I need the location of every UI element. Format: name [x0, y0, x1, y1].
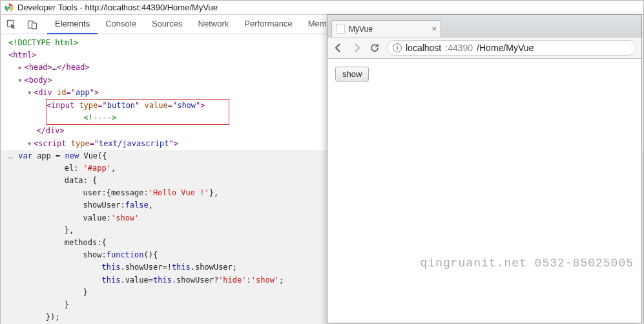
tab-elements[interactable]: Elements: [47, 14, 98, 34]
close-icon[interactable]: ×: [431, 25, 437, 33]
url-host: localhost: [406, 43, 441, 53]
expand-toggle-icon[interactable]: [17, 61, 24, 74]
browser-tab[interactable]: MyVue ×: [331, 20, 441, 37]
expand-toggle-icon[interactable]: [27, 87, 34, 99]
tab-performance[interactable]: Performance: [236, 14, 300, 34]
watermark-text: qingruanit.net 0532-85025005: [421, 257, 634, 270]
show-button[interactable]: show: [335, 67, 369, 81]
devtools-tabs: Elements Console Sources Network Perform…: [47, 14, 372, 34]
dom-doctype: <!DOCTYPE html>: [8, 38, 78, 47]
expand-toggle-icon[interactable]: [27, 138, 34, 150]
selected-node-highlight: <input type="button" value="show"> <!---…: [46, 99, 229, 125]
browser-window: MyVue × i localhost:44390/Home/MyVue sho…: [327, 14, 642, 323]
favicon-icon: [336, 25, 345, 34]
chrome-icon: [5, 3, 14, 12]
url-path: /Home/MyVue: [477, 43, 534, 53]
site-info-icon[interactable]: i: [393, 43, 402, 52]
window-title: Developer Tools - http://localhost:44390…: [17, 3, 218, 12]
url-port: :44390: [445, 43, 473, 53]
tab-network[interactable]: Network: [191, 14, 237, 34]
forward-icon[interactable]: [351, 42, 362, 54]
browser-toolbar: i localhost:44390/Home/MyVue: [327, 37, 641, 59]
tab-sources[interactable]: Sources: [144, 14, 191, 34]
reload-icon[interactable]: [369, 42, 380, 54]
back-icon[interactable]: [333, 42, 344, 54]
expand-toggle-icon[interactable]: [17, 74, 24, 87]
svg-rect-5: [32, 23, 37, 28]
inspect-element-icon[interactable]: [6, 19, 17, 30]
svg-point-2: [8, 6, 11, 9]
window-titlebar: Developer Tools - http://localhost:44390…: [1, 1, 643, 15]
address-bar[interactable]: i localhost:44390/Home/MyVue: [387, 40, 636, 56]
tab-title: MyVue: [349, 25, 373, 34]
browser-tabstrip: MyVue ×: [327, 15, 641, 37]
device-toggle-icon[interactable]: [26, 19, 38, 30]
tab-console[interactable]: Console: [98, 14, 144, 34]
page-content: show qingruanit.net 0532-85025005: [327, 59, 641, 323]
